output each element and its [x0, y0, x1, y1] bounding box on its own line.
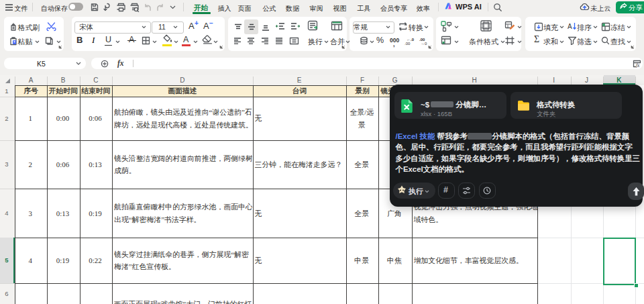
svg-text:fx: fx — [636, 62, 640, 68]
